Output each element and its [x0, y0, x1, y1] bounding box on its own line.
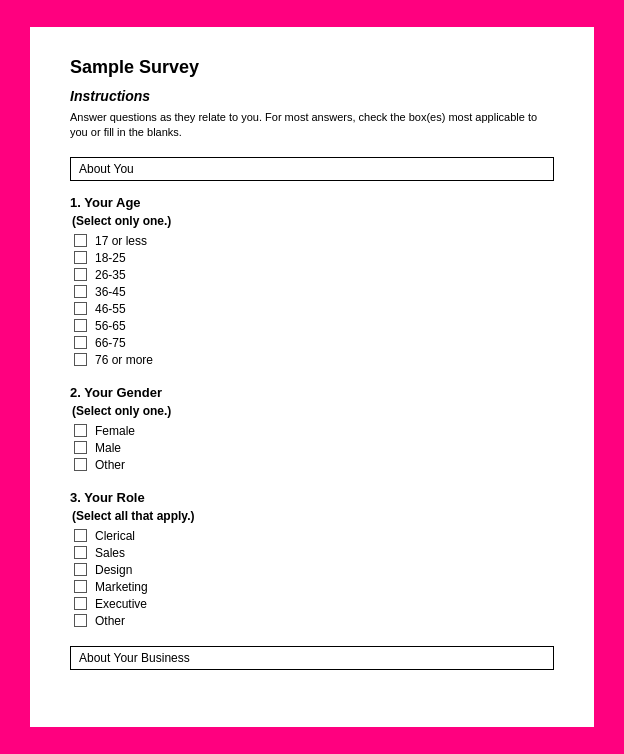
question-number-age: 1.: [70, 195, 81, 210]
checkbox-executive[interactable]: [74, 597, 87, 610]
page-container: Sample Survey Instructions Answer questi…: [30, 27, 594, 727]
question-title-gender: 2. Your Gender: [70, 385, 554, 400]
checkbox-label: Design: [95, 563, 132, 577]
checkbox-male[interactable]: [74, 441, 87, 454]
checkbox-female[interactable]: [74, 424, 87, 437]
checkbox-label: Clerical: [95, 529, 135, 543]
checkbox-label: Marketing: [95, 580, 148, 594]
checkbox-item: 26-35: [74, 268, 554, 282]
checkbox-item: Male: [74, 441, 554, 455]
checkbox-label: Sales: [95, 546, 125, 560]
checkbox-76-or-more[interactable]: [74, 353, 87, 366]
section-header-about-business: About Your Business: [70, 646, 554, 670]
question-title-role: 3. Your Role: [70, 490, 554, 505]
select-note-role: (Select all that apply.): [72, 509, 554, 523]
question-number-gender: 2.: [70, 385, 81, 400]
checkbox-label: 76 or more: [95, 353, 153, 367]
checkbox-label: Female: [95, 424, 135, 438]
checkbox-17-or-less[interactable]: [74, 234, 87, 247]
checkbox-item: Marketing: [74, 580, 554, 594]
checkbox-label: 66-75: [95, 336, 126, 350]
checkbox-26-35[interactable]: [74, 268, 87, 281]
select-note-gender: (Select only one.): [72, 404, 554, 418]
checkbox-36-45[interactable]: [74, 285, 87, 298]
checkbox-label: Other: [95, 614, 125, 628]
checkbox-item: Design: [74, 563, 554, 577]
checkbox-item: 36-45: [74, 285, 554, 299]
survey-title: Sample Survey: [70, 57, 554, 78]
instructions-text: Answer questions as they relate to you. …: [70, 110, 554, 141]
checkbox-other-role[interactable]: [74, 614, 87, 627]
checkbox-label: 36-45: [95, 285, 126, 299]
question-block-role: 3. Your Role (Select all that apply.) Cl…: [70, 490, 554, 628]
question-label-role: Your Role: [84, 490, 144, 505]
checkbox-clerical[interactable]: [74, 529, 87, 542]
checkbox-item: 18-25: [74, 251, 554, 265]
checkbox-design[interactable]: [74, 563, 87, 576]
question-number-role: 3.: [70, 490, 81, 505]
checkbox-item: 76 or more: [74, 353, 554, 367]
question-label-age: Your Age: [84, 195, 140, 210]
checkbox-item: Other: [74, 614, 554, 628]
checkbox-item: 56-65: [74, 319, 554, 333]
checkbox-item: Sales: [74, 546, 554, 560]
checkbox-label: 18-25: [95, 251, 126, 265]
checkbox-label: 46-55: [95, 302, 126, 316]
question-title-age: 1. Your Age: [70, 195, 554, 210]
checkbox-46-55[interactable]: [74, 302, 87, 315]
checkbox-66-75[interactable]: [74, 336, 87, 349]
checkbox-marketing[interactable]: [74, 580, 87, 593]
section-header-about-you: About You: [70, 157, 554, 181]
checkbox-item: Executive: [74, 597, 554, 611]
question-block-gender: 2. Your Gender (Select only one.) Female…: [70, 385, 554, 472]
checkbox-item: Other: [74, 458, 554, 472]
checkbox-sales[interactable]: [74, 546, 87, 559]
checkbox-item: Clerical: [74, 529, 554, 543]
instructions-heading: Instructions: [70, 88, 554, 104]
checkbox-56-65[interactable]: [74, 319, 87, 332]
checkbox-label: Male: [95, 441, 121, 455]
checkbox-other-gender[interactable]: [74, 458, 87, 471]
checkbox-label: Executive: [95, 597, 147, 611]
question-label-gender: Your Gender: [84, 385, 162, 400]
checkbox-label: Other: [95, 458, 125, 472]
checkbox-label: 26-35: [95, 268, 126, 282]
checkbox-18-25[interactable]: [74, 251, 87, 264]
checkbox-item: 66-75: [74, 336, 554, 350]
checkbox-item: Female: [74, 424, 554, 438]
checkbox-label: 17 or less: [95, 234, 147, 248]
question-block-age: 1. Your Age (Select only one.) 17 or les…: [70, 195, 554, 367]
checkbox-item: 17 or less: [74, 234, 554, 248]
checkbox-item: 46-55: [74, 302, 554, 316]
select-note-age: (Select only one.): [72, 214, 554, 228]
checkbox-label: 56-65: [95, 319, 126, 333]
